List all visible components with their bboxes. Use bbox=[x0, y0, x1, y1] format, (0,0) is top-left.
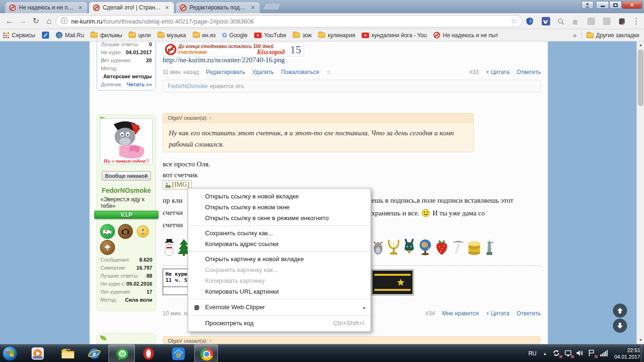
close-button[interactable]: ✕ bbox=[622, 1, 642, 9]
tab-close-icon[interactable]: ✕ bbox=[77, 5, 83, 11]
delete-link[interactable]: Удалить bbox=[252, 69, 274, 75]
scroll-to-bottom-button[interactable] bbox=[613, 319, 627, 333]
hammer-badge-icon[interactable] bbox=[100, 240, 115, 255]
post-number[interactable]: #33 bbox=[469, 69, 479, 75]
bookmark-nosmoke[interactable]: Не надеюсь и не пыт bbox=[433, 32, 498, 39]
taskbar-wmp-icon[interactable] bbox=[31, 347, 44, 360]
tab-close-icon[interactable]: ✕ bbox=[250, 5, 256, 11]
new-tab-button[interactable] bbox=[263, 3, 282, 10]
bookmark-zozh[interactable]: зож bbox=[293, 32, 312, 39]
ambulance-badge-icon[interactable] bbox=[100, 224, 115, 239]
taskbar-explorer-icon[interactable] bbox=[61, 347, 74, 360]
taskbar-ie-icon[interactable]: e bbox=[88, 347, 101, 360]
quote-link[interactable]: + Цитата bbox=[486, 69, 510, 75]
quote-header[interactable]: OlgaV сказал(а): ↑ bbox=[163, 114, 473, 123]
action-center-tray-icon[interactable]: ✕ bbox=[588, 349, 596, 358]
tab-1[interactable]: Не надеюсь и не пытаю ✕ bbox=[5, 1, 88, 13]
language-indicator[interactable]: RU bbox=[528, 350, 537, 357]
user-status-button[interactable]: Вообще никакой bbox=[102, 171, 151, 181]
minimize-button[interactable] bbox=[596, 1, 609, 9]
signature-strap-image[interactable] bbox=[372, 270, 413, 295]
volume-tray-icon[interactable] bbox=[576, 349, 585, 358]
bookmark-mailru[interactable]: @ Mail.Ru bbox=[56, 32, 84, 39]
update-error-tray-icon[interactable]: ✕ bbox=[564, 349, 573, 358]
reload-button[interactable]: ↻ bbox=[30, 16, 41, 27]
extension-placeholder-icon[interactable] bbox=[586, 16, 596, 26]
bookmark-google[interactable]: G Google bbox=[222, 32, 248, 39]
likes-user-link[interactable]: FedorNOsmoke bbox=[168, 83, 208, 90]
menu-inspect[interactable]: Просмотреть код Ctrl+Shift+I bbox=[188, 318, 371, 329]
taskbar-chrome-slot[interactable] bbox=[194, 345, 218, 362]
other-bookmarks-button[interactable]: Другие закладки bbox=[586, 32, 639, 39]
home-button[interactable]: ⌂ bbox=[43, 16, 55, 27]
sync-error-tray-icon[interactable]: ✕ bbox=[553, 349, 561, 358]
extension-evernote-icon[interactable] bbox=[617, 16, 627, 26]
quote-link[interactable]: + Цитата bbox=[486, 310, 510, 317]
tray-expand-icon[interactable]: ▲ bbox=[543, 352, 547, 356]
bookmark-music[interactable]: музыка bbox=[157, 32, 186, 39]
forward-button[interactable]: → bbox=[17, 16, 28, 27]
menu-evernote-clipper[interactable]: Evernote Web Clipper ▸ bbox=[188, 301, 371, 313]
taskbar-mailru-home-icon[interactable]: @ bbox=[172, 347, 185, 360]
reply-link[interactable]: Ответить bbox=[517, 310, 541, 317]
menu-copy-link-address[interactable]: Копировать адрес ссылки bbox=[188, 239, 371, 249]
maximize-button[interactable] bbox=[609, 1, 622, 9]
post33-counter-banner[interactable]: До конца стодневки осталось 100 дней сча… bbox=[163, 42, 304, 57]
post-time[interactable]: 11 мин. назад bbox=[163, 69, 198, 75]
reply-link[interactable]: Ответить bbox=[517, 69, 541, 75]
tray-clock[interactable]: 22:51 04.01.2017 bbox=[614, 347, 640, 360]
scrollbar-thumb[interactable] bbox=[638, 49, 644, 106]
extension-shield-icon[interactable] bbox=[524, 16, 535, 26]
quote-header[interactable]: OlgaV сказал(а): ↑ bbox=[163, 337, 540, 344]
scrollbar-up-icon[interactable]: ▲ bbox=[637, 41, 644, 49]
tab-3[interactable]: Редактировать подпись ✕ bbox=[175, 1, 260, 13]
like-link[interactable]: Мне нравится bbox=[442, 310, 479, 317]
page-info-icon[interactable]: ⓘ bbox=[61, 17, 67, 25]
extension-puzzle-icon[interactable] bbox=[570, 16, 581, 26]
tab-close-icon[interactable]: ✕ bbox=[164, 5, 170, 11]
bookmark-films[interactable]: фильмы bbox=[91, 32, 122, 39]
extension-placeholder-icon[interactable] bbox=[602, 16, 612, 26]
scrollbar-down-icon[interactable]: ▼ bbox=[637, 337, 644, 344]
bookmark-cooking[interactable]: кулинария bbox=[318, 32, 355, 39]
menu-save-link-as[interactable]: Сохранить ссылку как... bbox=[188, 228, 371, 239]
browser-menu-icon[interactable]: ⋮ bbox=[632, 16, 640, 27]
report-link[interactable]: Пожаловаться bbox=[281, 69, 319, 75]
scroll-to-top-button[interactable] bbox=[613, 304, 627, 318]
extension-magnifier-icon[interactable] bbox=[555, 16, 566, 26]
menu-copy-image-url[interactable]: Копировать URL картинки bbox=[188, 286, 371, 297]
menu-open-link-new-tab[interactable]: Открыть ссылку в новой вкладке bbox=[188, 191, 371, 202]
menu-open-link-new-window[interactable]: Открыть ссылку в новом окне bbox=[188, 202, 371, 213]
post34-username[interactable]: FedorNOsmoke bbox=[97, 187, 156, 194]
bookmark-icon-only[interactable] bbox=[42, 32, 49, 39]
bookmark-star-icon[interactable]: ☆ bbox=[511, 17, 517, 25]
profile-button[interactable] bbox=[581, 1, 594, 9]
back-button[interactable]: ← bbox=[4, 16, 15, 27]
menu-open-image-new-tab[interactable]: Открыть картинку в новой вкладке bbox=[188, 254, 371, 264]
taskbar-opera-icon[interactable] bbox=[142, 347, 155, 360]
bookmark-goals[interactable]: цели bbox=[129, 32, 151, 39]
show-desktop-button[interactable] bbox=[641, 345, 644, 362]
extension-vk-icon[interactable] bbox=[541, 16, 551, 26]
post-number[interactable]: #34 bbox=[425, 310, 435, 317]
medal-badge-icon[interactable] bbox=[137, 225, 149, 238]
post34-avatar[interactable]: Ну, с новым годом!! bbox=[100, 118, 153, 165]
diary-link[interactable]: Читать »» bbox=[127, 81, 152, 89]
post33-image-link[interactable]: http://ne-kurim.ru/ncounter/220740-16.pn… bbox=[163, 56, 285, 64]
bookmark-lang[interactable]: ин.яз bbox=[193, 32, 216, 39]
post-time[interactable]: 10 мин. на bbox=[163, 310, 190, 317]
address-bar[interactable]: ⓘ ne-kurim.ru/forum/threads/sdelaj-ehto.… bbox=[56, 15, 522, 27]
menu-open-link-incognito[interactable]: Открыть ссылку в окне в режиме инкогнито bbox=[188, 213, 371, 223]
bookmark-youtube[interactable]: YouTube bbox=[254, 32, 286, 39]
scrollbar[interactable]: ▲ ▼ bbox=[636, 41, 644, 344]
network-tray-icon[interactable] bbox=[600, 349, 608, 358]
favorite-star-icon[interactable]: ☆ bbox=[326, 69, 331, 75]
bookmarks-overflow-icon[interactable]: » bbox=[573, 32, 577, 39]
edit-link[interactable]: Редактировать bbox=[206, 69, 245, 75]
tab-2-active[interactable]: Сделай это! | Страница ... ✕ bbox=[89, 1, 174, 13]
bookmark-yoga[interactable]: кундалини йога - You bbox=[362, 32, 427, 39]
start-button[interactable] bbox=[2, 346, 18, 362]
bookmark-services[interactable]: Сервисы bbox=[3, 32, 35, 39]
camera-badge-icon[interactable] bbox=[118, 224, 133, 239]
taskbar-mailru-agent-slot[interactable]: @ bbox=[108, 345, 135, 362]
